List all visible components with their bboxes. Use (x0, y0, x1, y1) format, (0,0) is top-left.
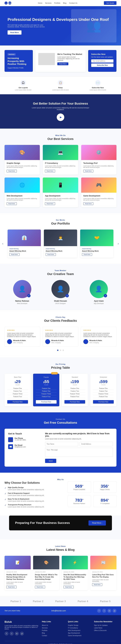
name-input[interactable] (45, 442, 78, 446)
service-btn-3[interactable]: Read More (83, 170, 94, 172)
footer-about: Bizlub Lorem ipsum dolor sit amet consec… (4, 620, 38, 637)
play-button[interactable] (57, 114, 64, 121)
blog-btn-1[interactable]: Read More (6, 586, 16, 588)
partner-logo-5: Partner 5 (100, 600, 110, 603)
blog-btn-4[interactable]: Read More (92, 583, 102, 586)
nav-portfolio[interactable]: Portfolio (54, 2, 60, 4)
icon-subscribe-desc: Lorem ipsum dolor sit amet (90, 89, 106, 91)
blog-post-desc-2: Lorem ipsum dolor sit amet consectetur. (35, 582, 58, 584)
footer-social-linkedin[interactable]: in (15, 632, 19, 636)
service-btn-4[interactable]: Read More (7, 202, 17, 205)
testimonial-dots (4, 349, 116, 351)
stat-num-3: 783+ (70, 498, 88, 503)
footer-link-signup[interactable]: Sign Up for Updates (94, 624, 116, 626)
footer-col-quick: Quick Links Graphic Design IT Consultanc… (68, 620, 90, 637)
blog-meta-2: January 20, 2024 (35, 571, 58, 573)
hero-cta-button[interactable]: Read More (8, 30, 22, 34)
service-desc-3: Lorem ipsum dolor sit amet consectetur a… (83, 165, 114, 168)
service-btn-1[interactable]: Read More (7, 170, 17, 172)
blog-section: Latest News Latest News & Blog 📝 January… (0, 540, 121, 596)
subscribe-email-input[interactable] (91, 60, 114, 62)
phone-icon: 📞 (8, 437, 13, 442)
why-section: Why Us Why Choose Our Solutions ✓ High Q… (0, 473, 121, 516)
plan-period-3: /month (64, 384, 85, 386)
nav-contact[interactable]: Contact Us (69, 2, 77, 4)
footer-link-it[interactable]: IT Consultancy (68, 627, 90, 629)
service-btn-2[interactable]: Read More (45, 170, 55, 172)
team-plus-2[interactable]: + (66, 294, 69, 297)
brand-logo[interactable]: ● Bizlub (4, 2, 11, 4)
footer-newsletter-links: Sign Up for Updates Latest News Offers &… (94, 624, 116, 631)
footer-link-contact[interactable]: Contact (42, 635, 64, 636)
team-plus-3[interactable]: + (104, 294, 107, 297)
message-textarea[interactable] (45, 448, 113, 457)
form-submit-button[interactable]: Send (45, 459, 56, 463)
team-role-2: UI/UX Designer (43, 303, 78, 304)
plan-btn-2[interactable]: Purchase Now (36, 400, 56, 404)
footer-link-about[interactable]: About Us (42, 624, 64, 626)
testimonials-grid: ★★★★★ Lorem ipsum dolor sit amet consect… (4, 327, 116, 347)
portfolio-prev-button[interactable]: ‹ (2, 242, 3, 245)
blog-card-4: 📰 January 20, 2024 Latest Blog Post Titl… (90, 556, 116, 590)
why-item-2: ✓ Fast & Responsive Support Lorem ipsum … (4, 492, 63, 496)
portfolio-next-button[interactable]: › (118, 242, 119, 245)
footer-link-app[interactable]: App Development (68, 632, 90, 634)
card-business-label: Business (8, 53, 16, 56)
footer-social-twitter[interactable]: t (10, 632, 14, 636)
footer-link-portfolio[interactable]: Portfolio (42, 630, 64, 631)
footer-link-game[interactable]: Game Development (68, 635, 90, 636)
stars-2: ★★★★★ (45, 329, 76, 331)
team-plus-1[interactable]: + (27, 294, 30, 297)
plan-btn-1[interactable]: Purchase Now (7, 400, 28, 404)
footer-social-youtube[interactable]: yt (20, 632, 24, 636)
team-role-3: App Developer (81, 303, 116, 304)
nav-services[interactable]: Services (45, 2, 52, 4)
cta-button[interactable]: Read More › (88, 520, 106, 526)
portfolio-item-2: 👨‍💼 Award Winning Award Winning Work Rea… (44, 230, 77, 258)
social-facebook[interactable]: f (97, 609, 101, 613)
testimonial-text-3: Lorem ipsum dolor sit amet consectetur a… (83, 332, 114, 338)
footer-link-web[interactable]: Web Development (68, 630, 90, 631)
card-tracking-title: We're Tracking The Market (57, 53, 83, 55)
social-linkedin[interactable]: in (108, 609, 111, 613)
footer-link-services[interactable]: Services (42, 627, 64, 629)
video-desc: Lorem ipsum dolor sit amet consectetur a… (30, 107, 91, 110)
footer-link-blog[interactable]: Blog (42, 632, 64, 634)
plan-btn-4[interactable]: Purchase Now (93, 400, 114, 404)
service-btn-5[interactable]: Read More (45, 202, 55, 205)
nav-home[interactable]: Home (38, 2, 42, 4)
service-desc-6: Lorem ipsum dolor sit amet consectetur a… (83, 198, 114, 201)
team-name-2: Shakil Hossain (43, 300, 78, 302)
contact-email-item: ✉️ Our Email info@bizlub.com (8, 444, 42, 449)
nav-blog[interactable]: Blog (63, 2, 66, 4)
portfolio-btn-1[interactable]: Read More (10, 253, 20, 256)
social-youtube[interactable]: yt (112, 609, 116, 613)
dot-3[interactable] (62, 350, 64, 351)
social-twitter[interactable]: t (102, 609, 106, 613)
footer-link-graphic[interactable]: Graphic Design (68, 624, 90, 626)
stat-label-3: Business Partner (70, 503, 88, 504)
blog-btn-3[interactable]: Read More (64, 586, 74, 588)
portfolio-btn-2[interactable]: Read More (46, 253, 56, 256)
plan-price-1: $29 (7, 379, 28, 384)
footer-link-offers[interactable]: Offers & Discounts (94, 630, 116, 631)
card-subscribe-title: Subscribe Now (91, 53, 114, 55)
email-input[interactable] (80, 442, 113, 446)
blog-card-3: ⚡ January 20, 2024 How We Used Webassemb… (62, 556, 88, 590)
footer-link-news[interactable]: Latest News (94, 627, 116, 629)
blog-meta-4: January 20, 2024 (92, 571, 115, 573)
footer-social-facebook[interactable]: f (4, 632, 8, 636)
subscribe-btn[interactable]: Subscribe Now (91, 64, 114, 67)
portfolio-btn-3[interactable]: Read More (82, 253, 92, 256)
team-section: Team Member Our Creative Team 👤 + Naimur… (0, 264, 121, 310)
pricing-card-1: Basic Plan $29 /month Feature One Featur… (4, 374, 31, 406)
blog-grid: 📝 January 20, 2024 Healthy Web Developme… (4, 556, 116, 590)
service-btn-6[interactable]: Read More (83, 202, 94, 205)
card-tracking-btn[interactable]: Read More (57, 62, 68, 65)
nav-cta-button[interactable]: Get Quote (104, 1, 116, 5)
dot-2[interactable] (60, 350, 61, 351)
plan-period-2: /month (36, 384, 56, 386)
dot-1[interactable] (57, 350, 58, 351)
plan-btn-3[interactable]: Purchase Now (64, 400, 85, 404)
blog-btn-2[interactable]: Read More (35, 586, 45, 588)
